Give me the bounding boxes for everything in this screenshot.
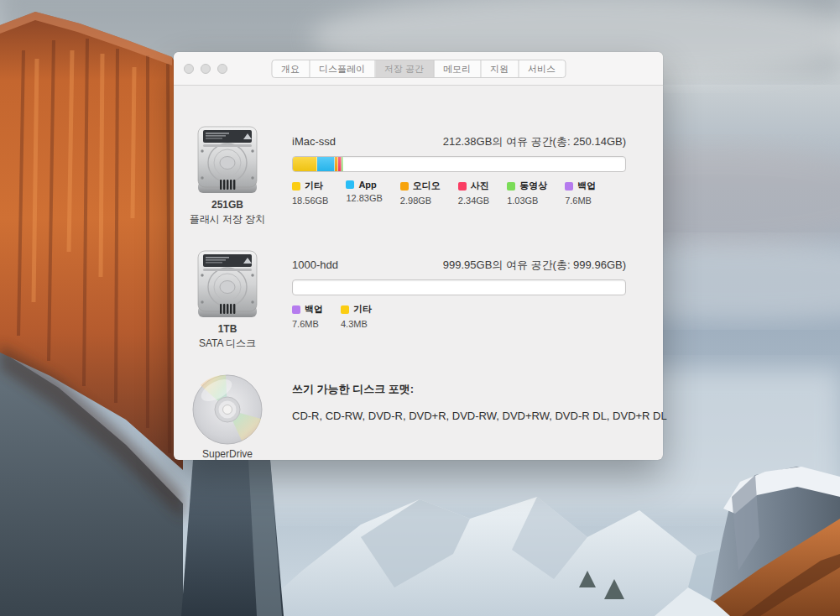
disk1-capacity-label: 251GB [174, 199, 281, 211]
disk1-type-label: 플래시 저장 장치 [174, 212, 281, 227]
close-button[interactable] [184, 64, 194, 74]
window-titlebar[interactable]: 개요 디스플레이 저장 공간 메모리 지원 서비스 [174, 52, 663, 86]
disk2-details: 1000-hdd 999.95GB의 여유 공간(총: 999.96GB) 백업… [292, 258, 626, 329]
legend-item: 기타 4.3MB [341, 303, 372, 329]
superdrive-icon-block: SuperDrive [174, 373, 281, 460]
tab-service[interactable]: 서비스 [519, 60, 565, 77]
storage-segment [342, 157, 343, 171]
legend-value: 7.6MB [292, 319, 323, 329]
disk2-type-label: SATA 디스크 [174, 337, 281, 351]
superdrive-details: 쓰기 가능한 디스크 포맷: CD-R, CD-RW, DVD-R, DVD+R… [292, 382, 626, 422]
hard-drive-icon [196, 126, 259, 196]
legend-item: 기타 18.56GB [292, 180, 328, 206]
legend-label: 기타 [353, 303, 372, 316]
legend-swatch-backups [565, 182, 573, 191]
writable-formats-heading: 쓰기 가능한 디스크 포맷: [292, 382, 626, 397]
legend-value: 2.34GB [458, 196, 489, 206]
disk2-icon-block: 1TB SATA 디스크 [174, 250, 281, 351]
legend-swatch-backups [292, 305, 300, 314]
traffic-lights [184, 64, 227, 74]
disk1-details: iMac-ssd 212.38GB의 여유 공간(총: 250.14GB) 기타… [292, 134, 626, 206]
tab-memory[interactable]: 메모리 [434, 60, 481, 77]
storage-segment [317, 157, 334, 171]
legend-label: 오디오 [413, 180, 441, 192]
minimize-button[interactable] [201, 64, 211, 74]
legend-swatch-movies [507, 182, 515, 191]
disk2-free-space: 999.95GB의 여유 공간(총: 999.96GB) [443, 258, 626, 273]
tab-storage[interactable]: 저장 공간 [375, 60, 434, 77]
legend-label: 백업 [577, 180, 596, 192]
tab-support[interactable]: 지원 [481, 60, 519, 77]
legend-item: 오디오 2.98GB [400, 180, 441, 206]
legend-swatch-photos [458, 182, 467, 191]
tab-bar: 개요 디스플레이 저장 공간 메모리 지원 서비스 [271, 60, 566, 78]
disk2-name: 1000-hdd [292, 258, 338, 271]
disk1-free-space: 212.38GB의 여유 공간(총: 250.14GB) [443, 134, 626, 149]
legend-item: 백업 7.6MB [292, 303, 323, 329]
disk1-usage-bar [292, 156, 626, 172]
storage-panel: 251GB 플래시 저장 장치 iMac-ssd 212.38GB의 여유 공간… [174, 86, 663, 461]
legend-label: 백업 [305, 303, 323, 316]
optical-disc-icon [191, 373, 263, 446]
tab-overview[interactable]: 개요 [272, 60, 310, 77]
legend-value: 1.03GB [507, 196, 547, 206]
about-this-mac-window: 개요 디스플레이 저장 공간 메모리 지원 서비스 251GB 플래시 저장 장… [174, 52, 663, 460]
legend-item: 동영상 1.03GB [507, 180, 547, 206]
legend-label: App [358, 180, 376, 190]
legend-item: App 12.83GB [346, 180, 382, 206]
hard-drive-icon [196, 250, 259, 321]
legend-swatch-other [341, 305, 349, 314]
superdrive-name: SuperDrive [174, 448, 281, 460]
writable-formats-list: CD-R, CD-RW, DVD-R, DVD+R, DVD-RW, DVD+R… [292, 410, 626, 422]
legend-label: 동영상 [519, 180, 547, 192]
legend-label: 기타 [305, 180, 323, 192]
disk1-name: iMac-ssd [292, 135, 336, 148]
legend-value: 4.3MB [341, 319, 372, 329]
legend-swatch-apps [346, 180, 354, 189]
desktop: 개요 디스플레이 저장 공간 메모리 지원 서비스 251GB 플래시 저장 장… [0, 0, 840, 616]
disk1-icon-block: 251GB 플래시 저장 장치 [174, 126, 281, 227]
legend-value: 12.83GB [346, 193, 382, 203]
tab-displays[interactable]: 디스플레이 [310, 60, 375, 77]
disk2-capacity-label: 1TB [174, 323, 281, 335]
disk1-legend: 기타 18.56GB App 12.83GB 오디오 2.98GB 사진 2.3… [292, 180, 626, 206]
zoom-button[interactable] [217, 64, 227, 74]
legend-swatch-audio [400, 182, 409, 191]
legend-item: 백업 7.6MB [565, 180, 596, 206]
legend-label: 사진 [471, 180, 489, 192]
legend-item: 사진 2.34GB [458, 180, 489, 206]
disk2-usage-bar [292, 279, 626, 295]
legend-value: 2.98GB [400, 196, 441, 206]
legend-swatch-other [292, 182, 300, 191]
disk2-legend: 백업 7.6MB 기타 4.3MB [292, 303, 626, 329]
legend-value: 7.6MB [565, 196, 596, 206]
legend-value: 18.56GB [292, 196, 328, 206]
storage-segment [293, 157, 317, 171]
